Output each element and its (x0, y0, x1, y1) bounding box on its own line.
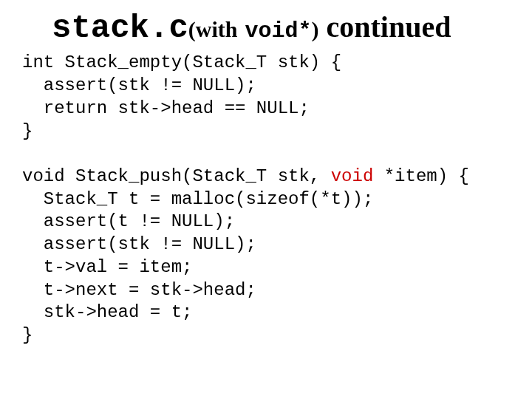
code-line: assert(stk != NULL); (22, 234, 256, 254)
code-line: stk->head = t; (22, 302, 192, 322)
slide-title: stack.c(with void*) continued (22, 10, 510, 46)
code-line: Stack_T t = malloc(sizeof(*t)); (22, 189, 373, 209)
code-line: assert(stk != NULL); (22, 75, 256, 95)
code-line: void Stack_push(Stack_T stk, (22, 166, 331, 186)
code-line: } (22, 325, 33, 345)
code-line: *item) { (373, 166, 469, 186)
code-line: } (22, 121, 33, 141)
code-line: t->next = stk->head; (22, 280, 256, 300)
code-line: t->val = item; (22, 257, 192, 277)
title-continued: continued (327, 10, 451, 44)
code-keyword-void: void (331, 166, 374, 186)
code-block: int Stack_empty(Stack_T stk) { assert(st… (22, 52, 510, 347)
code-line: int Stack_empty(Stack_T stk) { (22, 52, 341, 72)
code-line: return stk->head == NULL; (22, 98, 310, 118)
code-line: assert(t != NULL); (22, 211, 235, 231)
title-voidstar: void* (245, 18, 312, 44)
title-paren-open: (with (188, 17, 238, 41)
title-paren-close: ) (312, 17, 319, 41)
slide: stack.c(with void*) continued int Stack_… (0, 0, 532, 399)
title-filename: stack.c (52, 10, 188, 47)
